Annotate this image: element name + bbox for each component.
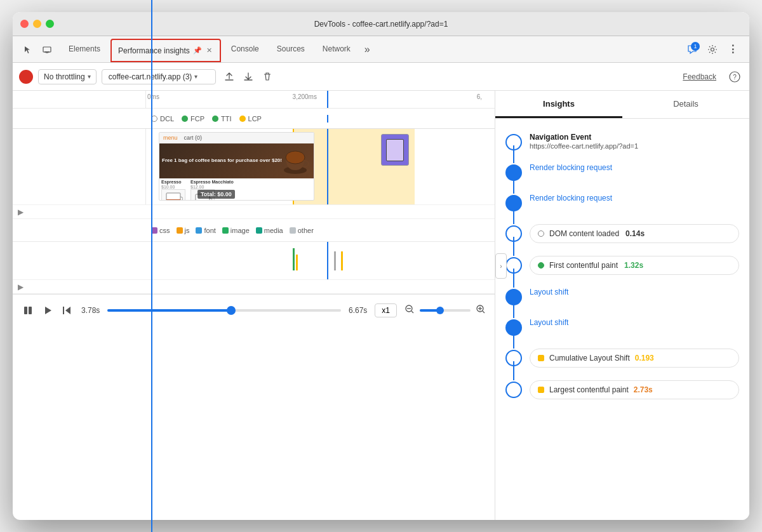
lcp-label: LCP [248, 115, 262, 123]
skip-to-start-button[interactable] [60, 303, 74, 317]
tab-close-icon[interactable]: ✕ [205, 46, 213, 55]
tab-sources[interactable]: Sources [268, 36, 314, 62]
zoom-in-icon[interactable] [476, 304, 486, 317]
site-nav: menu cart (0) [159, 133, 314, 143]
render-block-link-1[interactable]: Render blocking request [530, 163, 612, 172]
main-content: 0ms 3,200ms 6, DCL FCP [13, 91, 749, 520]
nav-event-title: Navigation Event [530, 133, 739, 142]
zoom-slider[interactable] [420, 309, 471, 312]
chat-button[interactable]: 1 [683, 41, 701, 58]
svg-marker-17 [65, 307, 70, 314]
playback-scrubber[interactable] [107, 309, 341, 312]
svg-point-3 [711, 48, 714, 51]
speed-selector[interactable]: x1 [375, 303, 397, 317]
cursor-icon[interactable] [20, 42, 36, 57]
legend-image: image [222, 227, 250, 234]
delete-icon[interactable] [259, 69, 276, 85]
node-ls1 [505, 289, 522, 305]
node-cls [505, 350, 522, 366]
expand-row-1[interactable]: ▶ [13, 205, 495, 219]
tab-right-icons: 1 ⋮ [678, 36, 747, 62]
dcl-badge-label: DOM content loaded [549, 229, 619, 238]
insight-cls: Cumulative Layout Shift 0.193 [505, 342, 739, 374]
insight-layout-shift-2: Layout shift [505, 312, 739, 342]
window-title: DevTools - coffee-cart.netlify.app/?ad=1 [314, 20, 448, 29]
tab-elements[interactable]: Elements [60, 36, 109, 62]
scrubber-thumb[interactable] [227, 306, 236, 315]
more-tabs-button[interactable]: » [359, 36, 375, 62]
marker-lcp[interactable]: LCP [239, 115, 262, 123]
legend-js: js [177, 227, 190, 234]
svg-rect-9 [166, 199, 180, 201]
product-price-2: $12.00 [190, 185, 234, 189]
screenshot-label [13, 129, 146, 204]
network-bar-orange-2 [341, 251, 343, 270]
tab-console[interactable]: Console [222, 36, 268, 62]
legend-css: css [151, 227, 170, 234]
insight-render-block-2: Render blocking request [505, 187, 739, 218]
minimize-button[interactable] [33, 20, 41, 28]
node-dcl [505, 225, 522, 242]
layout-shift-link-2[interactable]: Layout shift [530, 318, 568, 327]
play-button[interactable] [41, 303, 55, 317]
product-list: Espresso $10.00 espresso [159, 178, 314, 201]
tab-network[interactable]: Network [314, 36, 359, 62]
tab-performance-insights[interactable]: Performance insights 📌 ✕ [110, 39, 221, 62]
product-name: Espresso [161, 180, 185, 184]
zoom-thumb[interactable] [436, 307, 444, 314]
marker-fcp[interactable]: FCP [182, 115, 204, 123]
chevron-down-icon: ▾ [88, 73, 91, 80]
time-label-end: 6, [477, 93, 482, 100]
marker-cursor [327, 115, 328, 123]
marker-tti[interactable]: TTI [212, 115, 232, 123]
node-navigation [505, 134, 522, 150]
coffee-cup-image [279, 145, 311, 176]
insight-fcp-body: First contentful paint 1.32s [530, 256, 739, 275]
dcl-label: DCL [160, 115, 174, 123]
product-price: $10.00 [161, 185, 185, 189]
tab-details[interactable]: Details [622, 91, 749, 118]
tab-insights[interactable]: Insights [495, 91, 622, 118]
legend-row: css js font image media [13, 219, 495, 242]
fcp-badge-dot [538, 262, 544, 269]
url-selector[interactable]: coffee-cart.netlify.app (3) ▾ [102, 69, 216, 84]
svg-rect-1 [44, 51, 50, 53]
dcl-circle [151, 116, 157, 122]
legend-other-dot [290, 227, 296, 234]
traffic-lights [20, 20, 54, 28]
help-icon[interactable]: ? [726, 69, 743, 85]
expand-row-2[interactable]: ▶ [13, 280, 495, 294]
insights-tabs: Insights Details [495, 91, 749, 119]
insight-navigation: Navigation Event https://coffee-cart.net… [505, 126, 739, 157]
feedback-link[interactable]: Feedback [683, 72, 716, 81]
more-options-icon[interactable]: ⋮ [724, 41, 742, 58]
devtools-window: DevTools - coffee-cart.netlify.app/?ad=1… [13, 12, 749, 520]
throttling-dropdown[interactable]: No throttling ▾ [38, 69, 97, 84]
zoom-out-icon[interactable] [404, 304, 415, 317]
expand-icon-2: ▶ [18, 283, 23, 291]
titlebar: DevTools - coffee-cart.netlify.app/?ad=1 [13, 12, 749, 36]
insight-lcp-body: Largest contentful paint 2.73s [530, 380, 739, 399]
close-button[interactable] [20, 20, 29, 28]
download-icon[interactable] [240, 69, 257, 85]
upload-icon[interactable] [221, 69, 237, 85]
render-block-link-2[interactable]: Render blocking request [530, 194, 612, 203]
device-icon[interactable] [39, 42, 55, 57]
settings-icon[interactable] [704, 41, 721, 58]
screenshot-mode-button[interactable] [22, 303, 36, 317]
svg-line-20 [411, 311, 413, 313]
marker-dcl[interactable]: DCL [151, 115, 174, 123]
fcp-dot [182, 116, 188, 122]
nav-cart: cart (0) [184, 135, 203, 141]
svg-rect-2 [46, 52, 48, 53]
record-button[interactable] [19, 70, 33, 84]
maximize-button[interactable] [46, 20, 54, 28]
insight-ls2-body: Layout shift [530, 318, 739, 327]
legend-media: media [256, 227, 283, 234]
legend-media-label: media [264, 227, 283, 234]
time-label-0ms: 0ms [147, 93, 159, 100]
legend-font-dot [196, 227, 202, 234]
tti-label: TTI [221, 115, 232, 123]
insight-fcp: First contentful paint 1.32s [505, 249, 739, 281]
layout-shift-link-1[interactable]: Layout shift [530, 288, 568, 296]
